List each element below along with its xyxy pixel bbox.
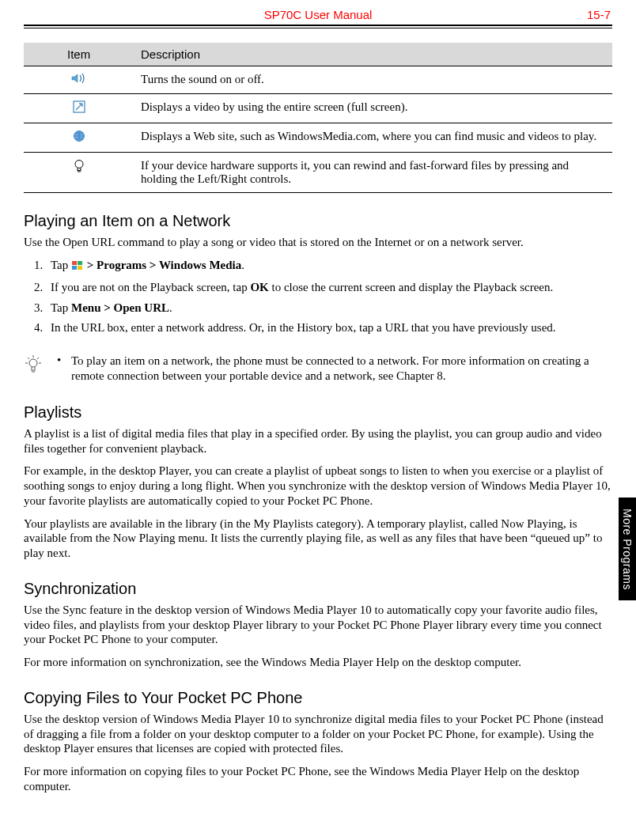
step1-post: .: [241, 259, 244, 271]
tip-bullet: •: [57, 354, 71, 367]
heading-sync: Synchronization: [24, 580, 612, 598]
step3-post: .: [169, 301, 172, 314]
header-rule-thin: [24, 28, 612, 28]
playlists-p2: For example, in the desktop Player, you …: [24, 464, 612, 508]
web-icon: [73, 130, 85, 146]
sound-icon: [71, 73, 87, 87]
copy-p2: For more information on copying files to…: [24, 764, 612, 794]
step2-pre: If you are not on the Playback screen, t…: [51, 281, 250, 293]
step3-pre: Tap: [51, 301, 71, 314]
playlists-p1: A playlist is a list of digital media fi…: [24, 426, 612, 456]
list-item: Tap Menu > Open URL.: [46, 301, 612, 316]
copy-p1: Use the desktop version of Windows Media…: [24, 712, 612, 756]
heading-playlists: Playlists: [24, 403, 612, 422]
table-header-item: Item: [24, 43, 134, 66]
page-header: SP70C User Manual 15-7: [24, 8, 612, 25]
playlists-p3: Your playlists are available in the libr…: [24, 516, 612, 561]
table-row: Displays a Web site, such as WindowsMedi…: [24, 123, 612, 153]
heading-copy: Copying Files to Your Pocket PC Phone: [24, 689, 612, 707]
tip-block: • To play an item on a network, the phon…: [24, 354, 612, 384]
page-number: 15-7: [563, 8, 611, 21]
tip-bulb-icon: [24, 354, 46, 377]
table-header-desc: Description: [134, 43, 612, 66]
table-desc: Turns the sound on or off.: [134, 66, 612, 94]
section-tab: More Programs: [619, 498, 636, 600]
table-row: Turns the sound on or off.: [24, 66, 612, 94]
step2-bold: OK: [250, 281, 268, 293]
sync-p1: Use the Sync feature in the desktop vers…: [24, 603, 612, 647]
fullscreen-icon: [73, 100, 85, 116]
sync-p2: For more information on synchronization,…: [24, 655, 612, 670]
table-row: Displays a video by using the entire scr…: [24, 94, 612, 123]
svg-rect-4: [78, 261, 82, 265]
header-rule: [24, 25, 612, 26]
table-desc: Displays a Web site, such as WindowsMedi…: [134, 123, 612, 153]
doc-title: SP70C User Manual: [73, 8, 563, 21]
svg-point-7: [29, 359, 37, 367]
tip-text: To play an item on a network, the phone …: [71, 354, 612, 384]
svg-rect-5: [72, 266, 77, 270]
list-item: If you are not on the Playback screen, t…: [46, 280, 612, 296]
table-desc: If your device hardware supports it, you…: [134, 153, 612, 193]
svg-rect-6: [78, 266, 82, 270]
list-item: Tap > Programs > Windows Media.: [46, 258, 612, 276]
svg-rect-3: [72, 261, 77, 265]
table-desc: Displays a video by using the entire scr…: [134, 94, 612, 123]
start-flag-icon: [71, 260, 84, 276]
step2-post: to close the current screen and display …: [269, 281, 553, 293]
network-intro: Use the Open URL command to play a song …: [24, 235, 612, 250]
list-item: In the URL box, enter a network address.…: [46, 320, 612, 336]
controls-table: Item Description Turns the sound on or o…: [24, 43, 612, 193]
step3-bold: Menu > Open URL: [71, 301, 169, 314]
step1-pre: Tap: [51, 259, 71, 271]
step1-bold: > Programs > Windows Media: [87, 259, 241, 271]
svg-point-2: [75, 161, 83, 168]
heading-network: Playing an Item on a Network: [24, 212, 612, 230]
bulb-icon: [74, 159, 85, 176]
table-row: If your device hardware supports it, you…: [24, 153, 612, 193]
network-steps: Tap > Programs > Windows Media. If you a…: [24, 258, 612, 336]
